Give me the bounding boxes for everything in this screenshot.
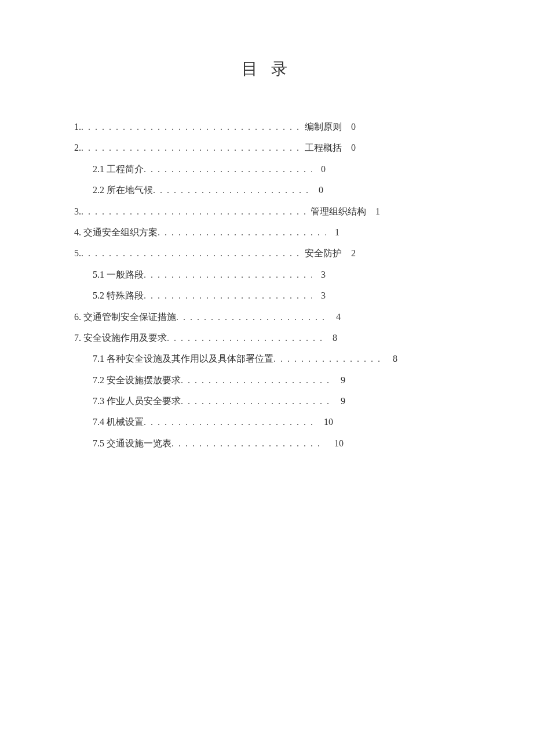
toc-entry: 7. 安全设施作用及要求. . . . . . . . . . . . . . … [74,332,459,344]
toc-page-number: 0 [342,141,356,154]
toc-page-number: 3 [312,268,326,281]
toc-entry-prefix: 2. [74,141,81,154]
toc-page-number: 0 [312,163,326,176]
toc-entry: 4. 交通安全组织方案. . . . . . . . . . . . . . .… [74,226,459,239]
toc-leader-dots: . . . . . . . . . . . . . . . . . . . . … [81,141,301,154]
table-of-contents: 1.. . . . . . . . . . . . . . . . . . . … [74,121,459,450]
toc-entry-prefix: 4. 交通安全组织方案 [74,226,158,239]
toc-leader-dots: . . . . . . . . . . . . . . . . . . . . … [153,184,309,197]
toc-page-number: 9 [331,374,345,387]
toc-entry-prefix: 6. 交通管制安全保证措施 [74,311,176,324]
toc-leader-dots: . . . . . . . . . . . . . . . . . . . . … [171,437,325,450]
toc-entry-prefix: 7.1 各种安全设施及其作用以及具体部署位置 [93,352,273,365]
toc-entry: 3.. . . . . . . . . . . . . . . . . . . … [74,205,459,218]
toc-entry-prefix: 5.2 特殊路段 [93,289,144,302]
toc-entry: 5.2 特殊路段. . . . . . . . . . . . . . . . … [93,289,459,302]
toc-entry: 7.3 作业人员安全要求. . . . . . . . . . . . . . … [93,395,459,408]
toc-entry-prefix: 1. [74,121,81,133]
toc-entry: 5.1 一般路段. . . . . . . . . . . . . . . . … [93,268,459,281]
toc-entry-prefix: 5. [74,247,81,260]
toc-leader-dots: . . . . . . . . . . . . . . . . . . . . … [81,121,301,133]
toc-leader-dots: . . . . . . . . . . . . . . . . . . . . … [144,268,312,281]
toc-entry: 6. 交通管制安全保证措施. . . . . . . . . . . . . .… [74,311,459,324]
toc-entry: 1.. . . . . . . . . . . . . . . . . . . … [74,121,459,133]
toc-entry: 7.1 各种安全设施及其作用以及具体部署位置. . . . . . . . . … [93,352,459,365]
toc-page-number: 2 [342,247,356,260]
toc-page-number: 1 [366,205,380,218]
toc-leader-dots: . . . . . . . . . . . . . . . . . . . . … [144,289,312,302]
toc-leader-dots: . . . . . . . . . . . . . . . . . . . . … [144,416,315,428]
toc-leader-dots: . . . . . . . . . . . . . . . . . . . . … [176,311,327,324]
toc-leader-dots: . . . . . . . . . . . . . . . . . . . . … [81,247,301,260]
toc-entry-prefix: 7.4 机械设置 [93,416,144,428]
toc-entry: 2.1 工程简介. . . . . . . . . . . . . . . . … [93,163,459,176]
toc-leader-dots: . . . . . . . . . . . . . . . . . . . . … [81,205,307,218]
toc-entry: 7.2 安全设施摆放要求. . . . . . . . . . . . . . … [93,374,459,387]
toc-entry: 2.2 所在地气候. . . . . . . . . . . . . . . .… [93,184,459,197]
toc-entry-prefix: 2.2 所在地气候 [93,184,153,197]
page-title: 目 录 [0,58,533,80]
toc-page-number: 4 [327,311,341,324]
toc-entry: 7.4 机械设置. . . . . . . . . . . . . . . . … [93,416,459,428]
toc-leader-dots: . . . . . . . . . . . . . . . . . . . . … [273,352,384,365]
toc-entry-label: 安全防护 [301,247,342,260]
toc-entry-label: 工程概括 [301,141,342,154]
toc-entry-prefix: 2.1 工程简介 [93,163,144,176]
toc-entry-prefix: 7. 安全设施作用及要求 [74,332,167,344]
toc-entry: 7.5 交通设施一览表. . . . . . . . . . . . . . .… [93,437,459,450]
toc-leader-dots: . . . . . . . . . . . . . . . . . . . . … [158,226,326,239]
toc-leader-dots: . . . . . . . . . . . . . . . . . . . . … [167,332,323,344]
toc-entry: 2.. . . . . . . . . . . . . . . . . . . … [74,141,459,154]
toc-page-number: 8 [384,352,397,365]
toc-entry: 5.. . . . . . . . . . . . . . . . . . . … [74,247,459,260]
toc-entry-prefix: 3. [74,205,81,218]
toc-page-number: 8 [323,332,337,344]
toc-leader-dots: . . . . . . . . . . . . . . . . . . . . … [181,395,331,408]
toc-page-number: 10 [325,437,344,450]
toc-entry-label: 编制原则 [301,121,342,133]
toc-entry-prefix: 7.3 作业人员安全要求 [93,395,181,408]
toc-page-number: 0 [342,121,356,133]
toc-page-number: 3 [312,289,326,302]
toc-page-number: 9 [331,395,345,408]
toc-page-number: 1 [326,226,339,239]
toc-page-number: 0 [309,184,323,197]
toc-entry-prefix: 7.2 安全设施摆放要求 [93,374,181,387]
toc-entry-prefix: 5.1 一般路段 [93,268,144,281]
toc-entry-prefix: 7.5 交通设施一览表 [93,437,171,450]
toc-leader-dots: . . . . . . . . . . . . . . . . . . . . … [144,163,312,176]
toc-entry-label: 管理组织结构 [307,205,366,218]
toc-leader-dots: . . . . . . . . . . . . . . . . . . . . … [181,374,331,387]
toc-page-number: 10 [315,416,333,428]
